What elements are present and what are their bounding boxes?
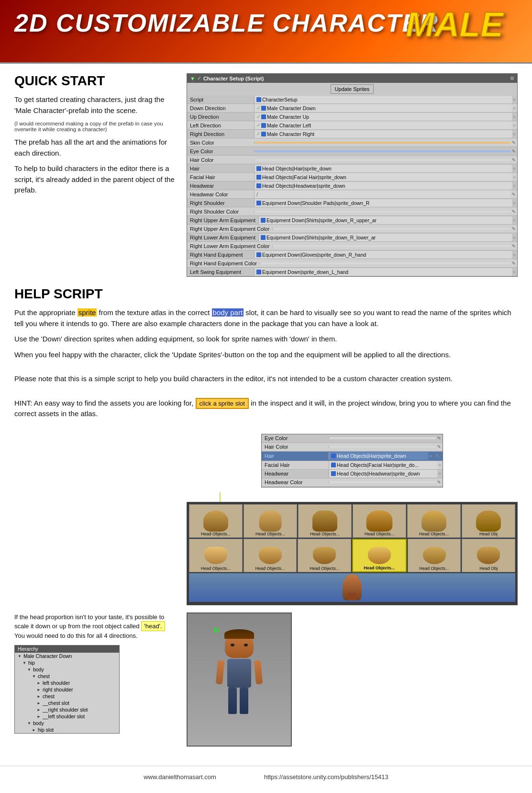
row-label: Down Direction (187, 104, 254, 112)
row-label: Right Upper Arm Equipment (187, 216, 258, 224)
hier-item-chest: ▼ chest (15, 673, 119, 680)
quick-start-title: QUICK START (14, 73, 177, 89)
head-objects-grid: Head Objects... Head Objects... Head Obj… (187, 502, 518, 605)
row-label: Right Hand Equipment Color (187, 260, 260, 267)
head-objects-row1: Head Objects... Head Objects... Head Obj… (189, 504, 515, 538)
sprite-highlight: sprite (78, 308, 97, 317)
hier-item-chest2: ► chest (15, 693, 119, 700)
qs-para3: To help to build characters in the edito… (14, 163, 177, 196)
update-sprites-row: Update Sprites (187, 83, 517, 95)
row-value[interactable]: ✓ Male Character Up (254, 113, 512, 121)
inspector-row-right: Right Direction ✓ Male Character Right ○ (187, 130, 517, 138)
row-value-facial[interactable]: Head Objects|Facial Hair|sprite_down (254, 173, 512, 181)
row-value-lswing[interactable]: Equipment Down|sprite_down_L_hand (254, 268, 512, 276)
ref-icon (261, 106, 266, 111)
circle-icon: ○ (512, 123, 517, 128)
row-label: Right Direction (187, 130, 254, 138)
inspector-row-eye: Eye Color ✎ (187, 147, 517, 156)
row-value[interactable] (272, 245, 510, 247)
head-obj-label: Head Objects... (298, 566, 351, 571)
ref-icon (331, 471, 336, 476)
help-script-title: HELP SCRIPT (14, 286, 518, 302)
ref-icon (256, 183, 261, 188)
row-label: Eye Color (187, 147, 254, 155)
row-value-eye-color[interactable] (254, 150, 510, 152)
help-para2: Use the 'Down' direction sprites when ad… (14, 334, 518, 345)
inspector-header: ▼ ✓ Character Setup (Script) ⚙ (187, 74, 517, 83)
row-value-hair[interactable]: Head Objects|Hair|sprite_down (329, 452, 428, 460)
row-value[interactable] (260, 262, 510, 264)
pencil-icon: ✎ (510, 244, 517, 249)
circle-icon: ○ (512, 166, 517, 171)
bottom-left (14, 429, 177, 438)
row-value[interactable]: CharacterSetup (254, 96, 512, 103)
ref-icon (256, 175, 261, 180)
head-obj-1-1: Head Objects... (189, 504, 243, 538)
update-sprites-btn[interactable]: Update Sprites (331, 84, 374, 94)
hier-label: __right shoulder slot (43, 707, 88, 713)
arrow-area (187, 492, 518, 502)
click-sprite-slot-highlight: click a sprite slot (196, 398, 249, 409)
head-obj-1-2: Head Objects... (244, 504, 297, 538)
hier-item-hipslot: ► hip slot (15, 726, 119, 733)
row-value-skin-color[interactable] (254, 142, 510, 144)
row-value[interactable]: ✓ Male Character Down (254, 104, 512, 112)
help-script-section: HELP SCRIPT Put the appropriate sprite f… (14, 286, 518, 419)
ref-icon (256, 252, 261, 257)
inspector-row-skin: Skin Color ✎ (187, 138, 517, 147)
inspector-row-rlower-color: Right Lower Arm Equipment Color ✎ (187, 242, 517, 250)
row-label: Right Lower Arm Equipment (187, 234, 258, 241)
row-value[interactable] (272, 228, 510, 230)
triangle-icon: ▼ (32, 674, 36, 679)
row-label: Headwear (262, 470, 329, 477)
row-value[interactable] (329, 437, 436, 439)
footer-store: https://assetstore.unity.com/publishers/… (264, 773, 388, 781)
row-value[interactable]: ✓ Male Character Right (254, 130, 512, 138)
head-obj-1-4: Head Objects... (353, 504, 406, 538)
i2-row-hair: Hair Head Objects|Hair|sprite_down ○ ↖ (262, 452, 443, 461)
ref-icon (261, 218, 266, 223)
row-value-hair-color[interactable] (254, 159, 510, 161)
row-value-rshoulder-color[interactable] (254, 211, 510, 213)
row-value-headwear[interactable]: Head Objects|Headwear|sprite_down (254, 182, 512, 190)
row-value-hair[interactable]: Head Objects|Hair|sprite_down (254, 165, 512, 172)
circle-icon: ○ (512, 218, 517, 223)
head-note: If the head proportion isn't to your tas… (14, 612, 177, 641)
row-value[interactable]: ✓ Male Character Left (254, 122, 512, 129)
footer-website: www.danielthomasart.com (144, 773, 216, 781)
row-label: Script (187, 96, 254, 103)
header-title-male: MALE (406, 5, 503, 44)
head-obj-label: Head Obj (462, 566, 515, 571)
inspector-icons: ⚙ (510, 76, 514, 81)
pencil-icon: ✎ (510, 192, 517, 197)
row-value-rshoulder[interactable]: Equipment Down|Shoulder Pads|sprite_down… (254, 199, 512, 207)
hier-label: chest (38, 673, 50, 679)
ref-icon (331, 453, 336, 458)
circle-icon: ○ (512, 97, 517, 102)
row-value-rhand[interactable]: Equipment Down|Gloves|sprite_down_R_hand (254, 251, 512, 259)
row-value-rlower[interactable]: Equipment Down|Shirts|sprite_down_R_lowe… (258, 234, 512, 241)
head-obj-2-4-highlighted: Head Objects... (352, 539, 407, 572)
head-objects-row2: Head Objects... Head Objects... Head Obj… (189, 539, 515, 572)
triangle-icon: ▼ (18, 654, 22, 658)
inspector-row-down: Down Direction ✓ Male Character Down ○ (187, 104, 517, 113)
hier-item-rshoulderslot: ► __right shoulder slot (15, 706, 119, 713)
row-value[interactable]: Head Objects|Headwear|sprite_down (329, 470, 437, 477)
inspector-row-rhand: Right Hand Equipment Equipment Down|Glov… (187, 250, 517, 259)
row-value[interactable] (329, 481, 436, 483)
row-label: Hair (187, 165, 254, 172)
row-label: Right Shoulder Color (187, 208, 254, 215)
circle-icon: ○ (512, 183, 517, 188)
row-value[interactable] (329, 446, 436, 448)
hier-label: right shoulder (43, 687, 73, 692)
main-content: QUICK START To get started creating char… (0, 64, 532, 756)
row-value[interactable]: Head Objects|Facial Hair|sprite_do... (329, 461, 437, 469)
row-value-headwear-color[interactable]: / (254, 191, 510, 198)
ref-icon (256, 201, 261, 205)
pencil-icon: ✎ (436, 480, 443, 485)
hier-label: chest (43, 693, 55, 699)
head-highlight: 'head'. (141, 621, 165, 631)
row-value-rupper[interactable]: Equipment Down|Shirts|sprite_down_R_uppe… (258, 216, 512, 224)
hier-item-lshoulderslot: ► __left shoulder slot (15, 713, 119, 720)
head-obj-2-3: Head Objects... (298, 539, 351, 572)
